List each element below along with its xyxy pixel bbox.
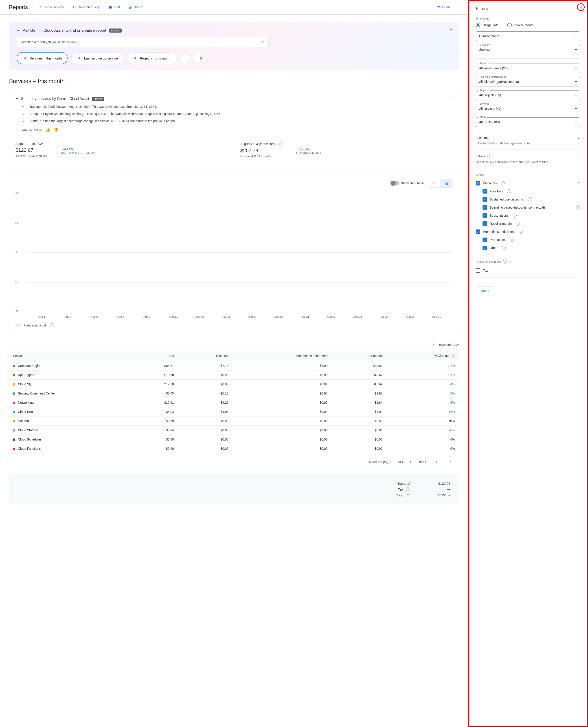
chip-scroll-right[interactable]: › (181, 53, 190, 63)
thumbs-down-icon[interactable]: 👎 (54, 127, 58, 132)
col-subtotal[interactable]: ↓ Subtotal (332, 351, 386, 361)
bar-chart-button[interactable] (440, 179, 452, 187)
free-tiers-checkbox[interactable]: ✓Free tiers? (476, 187, 580, 195)
col-discounts[interactable]: Discounts (178, 351, 232, 361)
arrow-up-icon: ↑ (296, 147, 298, 151)
invoice-charges-label: Invoice level charges ? (476, 260, 580, 264)
time-range-select[interactable]: Current month▾ (476, 32, 580, 41)
service-dot-icon (13, 374, 15, 376)
line-chart-button[interactable] (428, 179, 440, 187)
chevron-up-icon[interactable]: ⌃ (578, 230, 580, 233)
help-icon[interactable]: ? (519, 230, 523, 234)
table-row[interactable]: Cloud Functions$0.00$0.00$0.00$0.000% (9, 444, 459, 453)
see-all-reports-link[interactable]: See all reports (39, 5, 64, 9)
promotions-others-checkbox[interactable]: ✓Promotions and others?⌃ (476, 228, 580, 236)
services-select[interactable]: ServicesAll services (47)▾ (476, 104, 580, 113)
invoice-month-radio[interactable]: Invoice month (507, 23, 533, 27)
help-icon[interactable]: ? (406, 487, 410, 491)
svg-rect-3 (447, 183, 447, 185)
service-dot-icon (13, 383, 15, 386)
filters-panel: Filters ›| Time range Usage date Invoice… (468, 0, 588, 727)
help-icon[interactable]: ? (487, 154, 491, 159)
help-icon[interactable]: ? (507, 189, 511, 193)
kpi-period-note: includes -$24.37 in credits (16, 154, 47, 158)
sustained-use-checkbox[interactable]: ✓Sustained use discounts? (476, 195, 580, 203)
time-range-label: Time range (476, 17, 580, 20)
table-row[interactable]: Security Command Center$3.05-$0.12$0.00$… (9, 389, 459, 398)
help-icon[interactable]: ? (512, 213, 517, 217)
usage-date-radio[interactable]: Usage date (476, 23, 499, 27)
legend-forecast-label: Forecasted cost (24, 324, 46, 327)
table-row[interactable]: Cloud Run$5.94-$4.91$0.00$1.02↓ 76% (9, 407, 459, 416)
trend-icon: ↝ (22, 112, 26, 116)
chevron-up-icon[interactable]: ⌃ (449, 97, 453, 101)
table-row[interactable]: Cloud Scheduler$0.00$0.00$0.00$0.000% (9, 435, 459, 444)
help-icon[interactable]: ? (516, 222, 520, 226)
table-row[interactable]: Networking$10.91-$9.27$0.00$1.64↓ 6% (9, 398, 459, 407)
gemini-prompt-input[interactable]: Describe a report you would like to view… (17, 37, 269, 47)
help-icon[interactable]: ? (406, 493, 410, 497)
prev-page-button[interactable]: ‹ (433, 458, 441, 466)
download-csv-button[interactable]: Download CSV (432, 343, 459, 347)
report-chip-peek[interactable]: S (194, 53, 204, 64)
help-icon[interactable]: ? (50, 323, 54, 327)
report-title: Services – this month (9, 78, 459, 85)
help-icon[interactable]: ? (278, 142, 282, 146)
chevron-up-icon[interactable]: ⌃ (578, 182, 580, 185)
reset-button[interactable]: Reset (476, 287, 495, 295)
thumbs-up-icon[interactable]: 👍 (45, 127, 50, 132)
other-checkbox[interactable]: ✓Other? (476, 244, 580, 252)
help-icon[interactable]: ? (510, 238, 514, 242)
summary-line: ↝Compute Engine was the largest charge, … (9, 110, 459, 118)
folders-select[interactable]: Folders & OrganizationsAll folders/organ… (476, 77, 580, 86)
subscriptions-checkbox[interactable]: ✓Subscriptions? (476, 211, 580, 220)
next-page-button[interactable]: › (447, 458, 455, 466)
help-icon[interactable]: ? (451, 354, 455, 358)
report-chip[interactable]: Projects – this month (127, 52, 177, 64)
svg-rect-1 (445, 183, 445, 185)
skus-select[interactable]: SKUsAll SKUs (408)▾ (476, 118, 580, 127)
col-service[interactable]: Service (9, 351, 134, 361)
table-row[interactable]: Cloud SQL$17.50-$0.88$0.00$16.62↓ 4% (9, 380, 459, 389)
service-dot-icon (13, 411, 15, 413)
projects-select[interactable]: ProjectsAll projects (55)▾ (476, 90, 580, 100)
chevron-up-icon[interactable]: ⌃ (449, 28, 453, 33)
print-link[interactable]: Print (109, 5, 120, 9)
help-icon[interactable]: ? (501, 181, 505, 185)
learn-link[interactable]: Learn (437, 5, 450, 9)
help-icon[interactable]: ? (528, 198, 532, 201)
col-promo[interactable]: Promotions and others (232, 351, 332, 361)
table-row[interactable]: Cloud Storage$0.04$0.00$0.00$0.04↓ 20% (9, 426, 459, 435)
summary-line: ↝Cloud Run had the largest percentage ch… (9, 118, 459, 125)
table-row[interactable]: Compute Engine$88.81-$7.18-$1.00$80.63↓ … (9, 361, 459, 371)
group-by-select[interactable]: Group byService▾ (476, 45, 580, 54)
tax-checkbox[interactable]: Tax (476, 267, 580, 275)
help-icon[interactable]: ? (502, 246, 506, 250)
subaccounts-select[interactable]: SubaccountsAll subaccounts (27)▾ (476, 64, 580, 73)
labels-expander[interactable]: Labels ?⌄ (476, 154, 580, 159)
report-chip[interactable]: Services – this month (17, 52, 67, 64)
service-dot-icon (13, 402, 15, 404)
cumulative-toggle[interactable]: Show cumulative (391, 181, 425, 185)
table-row[interactable]: App Engine$19.60-$0.98$0.00$18.62↑ 1% (9, 371, 459, 380)
promotions-checkbox[interactable]: ✓Promotions? (476, 236, 580, 244)
discounts-checkbox[interactable]: ✓Discounts?⌃ (476, 179, 580, 187)
locations-expander[interactable]: Locations⌄ (476, 136, 580, 140)
share-link[interactable]: Share (129, 5, 142, 9)
collapse-filters-button[interactable]: ›| (577, 3, 585, 11)
help-icon[interactable]: ? (576, 205, 580, 209)
generate-query-link[interactable]: Generate query (73, 5, 100, 9)
col-cost[interactable]: Cost (134, 351, 178, 361)
spending-based-checkbox[interactable]: ✓Spending based discounts (contractual)? (476, 203, 580, 211)
service-dot-icon (13, 448, 15, 450)
kpi-forecast-note: includes -$43.27 in credits (240, 155, 282, 158)
gemini-title: Ask Gemini Cloud Assist to find or creat… (23, 28, 106, 33)
table-row[interactable]: Support$0.59-$0.03$0.00$0.56New (9, 416, 459, 426)
reseller-margin-checkbox[interactable]: ✓Reseller margin? (476, 220, 580, 228)
col-change[interactable]: % Change ? (386, 351, 459, 361)
rows-per-page-select[interactable]: 10 ▾ (397, 460, 403, 464)
report-chip[interactable]: Last invoice by service (71, 52, 123, 64)
kpi-forecast-change: ↑ 0.75% (296, 147, 321, 151)
rows-per-page-label: Rows per page: (369, 460, 391, 464)
help-icon[interactable]: ? (503, 260, 507, 264)
